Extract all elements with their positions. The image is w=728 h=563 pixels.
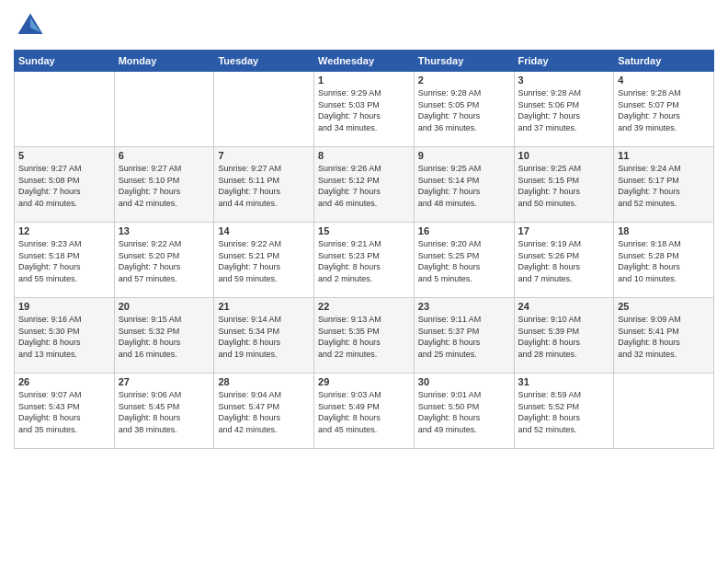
day-number: 7 xyxy=(218,150,310,161)
day-number: 30 xyxy=(418,376,510,387)
day-info: Sunrise: 9:25 AM Sunset: 5:15 PM Dayligh… xyxy=(518,163,610,209)
calendar-cell: 20Sunrise: 9:15 AM Sunset: 5:32 PM Dayli… xyxy=(114,298,214,373)
calendar-cell: 1Sunrise: 9:29 AM Sunset: 5:03 PM Daylig… xyxy=(314,72,415,147)
day-number: 25 xyxy=(618,301,710,312)
calendar-cell: 8Sunrise: 9:26 AM Sunset: 5:12 PM Daylig… xyxy=(314,147,415,223)
day-info: Sunrise: 9:14 AM Sunset: 5:34 PM Dayligh… xyxy=(218,314,310,360)
calendar-cell: 4Sunrise: 9:28 AM Sunset: 5:07 PM Daylig… xyxy=(614,72,714,147)
day-info: Sunrise: 9:23 AM Sunset: 5:18 PM Dayligh… xyxy=(18,238,110,284)
day-info: Sunrise: 9:15 AM Sunset: 5:32 PM Dayligh… xyxy=(119,314,210,360)
day-info: Sunrise: 9:28 AM Sunset: 5:05 PM Dayligh… xyxy=(418,87,510,133)
calendar-week-row: 19Sunrise: 9:16 AM Sunset: 5:30 PM Dayli… xyxy=(15,298,714,373)
day-info: Sunrise: 9:13 AM Sunset: 5:35 PM Dayligh… xyxy=(318,314,410,360)
day-number: 24 xyxy=(518,301,610,312)
day-info: Sunrise: 9:16 AM Sunset: 5:30 PM Dayligh… xyxy=(18,314,110,360)
day-info: Sunrise: 9:22 AM Sunset: 5:20 PM Dayligh… xyxy=(119,238,210,284)
day-number: 13 xyxy=(119,225,210,236)
calendar-cell: 13Sunrise: 9:22 AM Sunset: 5:20 PM Dayli… xyxy=(114,223,214,298)
calendar-week-row: 1Sunrise: 9:29 AM Sunset: 5:03 PM Daylig… xyxy=(15,72,714,147)
calendar-cell: 14Sunrise: 9:22 AM Sunset: 5:21 PM Dayli… xyxy=(214,223,314,298)
calendar-cell: 24Sunrise: 9:10 AM Sunset: 5:39 PM Dayli… xyxy=(514,298,614,373)
calendar-cell: 30Sunrise: 9:01 AM Sunset: 5:50 PM Dayli… xyxy=(414,373,514,449)
day-info: Sunrise: 9:28 AM Sunset: 5:07 PM Dayligh… xyxy=(618,87,710,133)
day-info: Sunrise: 9:27 AM Sunset: 5:11 PM Dayligh… xyxy=(218,163,310,209)
calendar-cell xyxy=(114,72,214,147)
day-info: Sunrise: 9:29 AM Sunset: 5:03 PM Dayligh… xyxy=(318,87,410,133)
day-info: Sunrise: 9:27 AM Sunset: 5:08 PM Dayligh… xyxy=(18,163,110,209)
logo xyxy=(14,9,51,42)
calendar-cell: 7Sunrise: 9:27 AM Sunset: 5:11 PM Daylig… xyxy=(214,147,314,223)
day-number: 6 xyxy=(119,150,210,161)
day-number: 19 xyxy=(18,301,110,312)
day-info: Sunrise: 9:18 AM Sunset: 5:28 PM Dayligh… xyxy=(618,238,710,284)
calendar-cell xyxy=(214,72,314,147)
calendar-cell xyxy=(614,373,714,449)
calendar-cell: 15Sunrise: 9:21 AM Sunset: 5:23 PM Dayli… xyxy=(314,223,415,298)
weekday-header-tuesday: Tuesday xyxy=(214,51,314,72)
weekday-header-saturday: Saturday xyxy=(614,51,714,72)
calendar-cell: 12Sunrise: 9:23 AM Sunset: 5:18 PM Dayli… xyxy=(15,223,115,298)
day-info: Sunrise: 9:09 AM Sunset: 5:41 PM Dayligh… xyxy=(618,314,710,360)
day-info: Sunrise: 9:07 AM Sunset: 5:43 PM Dayligh… xyxy=(18,389,110,435)
day-info: Sunrise: 9:22 AM Sunset: 5:21 PM Dayligh… xyxy=(218,238,310,284)
calendar-cell: 10Sunrise: 9:25 AM Sunset: 5:15 PM Dayli… xyxy=(514,147,614,223)
day-number: 15 xyxy=(318,225,410,236)
day-info: Sunrise: 9:04 AM Sunset: 5:47 PM Dayligh… xyxy=(218,389,310,435)
calendar-cell: 9Sunrise: 9:25 AM Sunset: 5:14 PM Daylig… xyxy=(414,147,514,223)
calendar-table: SundayMondayTuesdayWednesdayThursdayFrid… xyxy=(14,50,714,449)
calendar-cell: 18Sunrise: 9:18 AM Sunset: 5:28 PM Dayli… xyxy=(614,223,714,298)
day-number: 26 xyxy=(18,376,110,387)
calendar-container: SundayMondayTuesdayWednesdayThursdayFrid… xyxy=(0,0,728,454)
day-number: 4 xyxy=(618,75,710,86)
weekday-header-row: SundayMondayTuesdayWednesdayThursdayFrid… xyxy=(15,51,714,72)
day-info: Sunrise: 9:11 AM Sunset: 5:37 PM Dayligh… xyxy=(418,314,510,360)
logo-icon xyxy=(14,9,47,42)
calendar-cell: 16Sunrise: 9:20 AM Sunset: 5:25 PM Dayli… xyxy=(414,223,514,298)
calendar-cell xyxy=(15,72,115,147)
calendar-cell: 3Sunrise: 9:28 AM Sunset: 5:06 PM Daylig… xyxy=(514,72,614,147)
calendar-cell: 23Sunrise: 9:11 AM Sunset: 5:37 PM Dayli… xyxy=(414,298,514,373)
day-info: Sunrise: 9:10 AM Sunset: 5:39 PM Dayligh… xyxy=(518,314,610,360)
day-info: Sunrise: 9:25 AM Sunset: 5:14 PM Dayligh… xyxy=(418,163,510,209)
day-number: 29 xyxy=(318,376,410,387)
calendar-cell: 6Sunrise: 9:27 AM Sunset: 5:10 PM Daylig… xyxy=(114,147,214,223)
day-number: 18 xyxy=(618,225,710,236)
day-info: Sunrise: 9:20 AM Sunset: 5:25 PM Dayligh… xyxy=(418,238,510,284)
day-info: Sunrise: 9:27 AM Sunset: 5:10 PM Dayligh… xyxy=(119,163,210,209)
calendar-cell: 19Sunrise: 9:16 AM Sunset: 5:30 PM Dayli… xyxy=(15,298,115,373)
weekday-header-thursday: Thursday xyxy=(414,51,514,72)
day-info: Sunrise: 8:59 AM Sunset: 5:52 PM Dayligh… xyxy=(518,389,610,435)
day-number: 28 xyxy=(218,376,310,387)
weekday-header-sunday: Sunday xyxy=(15,51,115,72)
day-number: 2 xyxy=(418,75,510,86)
calendar-cell: 21Sunrise: 9:14 AM Sunset: 5:34 PM Dayli… xyxy=(214,298,314,373)
calendar-week-row: 26Sunrise: 9:07 AM Sunset: 5:43 PM Dayli… xyxy=(15,373,714,449)
day-info: Sunrise: 9:01 AM Sunset: 5:50 PM Dayligh… xyxy=(418,389,510,435)
calendar-cell: 5Sunrise: 9:27 AM Sunset: 5:08 PM Daylig… xyxy=(15,147,115,223)
day-number: 3 xyxy=(518,75,610,86)
calendar-cell: 11Sunrise: 9:24 AM Sunset: 5:17 PM Dayli… xyxy=(614,147,714,223)
weekday-header-friday: Friday xyxy=(514,51,614,72)
day-info: Sunrise: 9:26 AM Sunset: 5:12 PM Dayligh… xyxy=(318,163,410,209)
calendar-cell: 26Sunrise: 9:07 AM Sunset: 5:43 PM Dayli… xyxy=(15,373,115,449)
calendar-cell: 28Sunrise: 9:04 AM Sunset: 5:47 PM Dayli… xyxy=(214,373,314,449)
day-number: 20 xyxy=(119,301,210,312)
calendar-cell: 2Sunrise: 9:28 AM Sunset: 5:05 PM Daylig… xyxy=(414,72,514,147)
day-number: 21 xyxy=(218,301,310,312)
day-number: 27 xyxy=(119,376,210,387)
calendar-week-row: 12Sunrise: 9:23 AM Sunset: 5:18 PM Dayli… xyxy=(15,223,714,298)
calendar-cell: 25Sunrise: 9:09 AM Sunset: 5:41 PM Dayli… xyxy=(614,298,714,373)
day-number: 1 xyxy=(318,75,410,86)
day-number: 10 xyxy=(518,150,610,161)
day-number: 17 xyxy=(518,225,610,236)
calendar-week-row: 5Sunrise: 9:27 AM Sunset: 5:08 PM Daylig… xyxy=(15,147,714,223)
day-number: 31 xyxy=(518,376,610,387)
calendar-cell: 27Sunrise: 9:06 AM Sunset: 5:45 PM Dayli… xyxy=(114,373,214,449)
day-info: Sunrise: 9:21 AM Sunset: 5:23 PM Dayligh… xyxy=(318,238,410,284)
day-number: 16 xyxy=(418,225,510,236)
day-info: Sunrise: 9:03 AM Sunset: 5:49 PM Dayligh… xyxy=(318,389,410,435)
calendar-cell: 22Sunrise: 9:13 AM Sunset: 5:35 PM Dayli… xyxy=(314,298,415,373)
calendar-cell: 31Sunrise: 8:59 AM Sunset: 5:52 PM Dayli… xyxy=(514,373,614,449)
day-info: Sunrise: 9:19 AM Sunset: 5:26 PM Dayligh… xyxy=(518,238,610,284)
day-number: 5 xyxy=(18,150,110,161)
